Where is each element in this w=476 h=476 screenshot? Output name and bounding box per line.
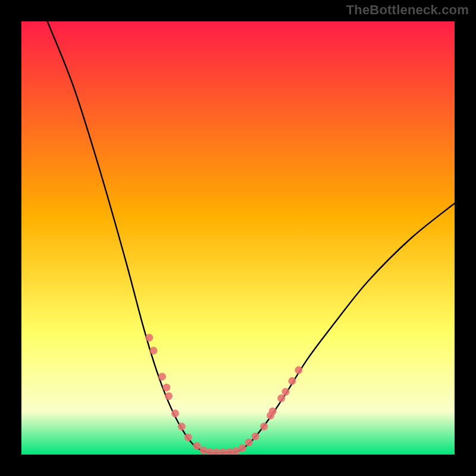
data-marker <box>282 388 290 396</box>
data-marker <box>158 372 166 380</box>
chart-frame: TheBottleneck.com <box>0 0 476 476</box>
chart-svg <box>21 21 455 455</box>
plot-area <box>21 21 455 455</box>
data-marker <box>165 392 173 400</box>
data-marker <box>184 433 192 441</box>
data-marker <box>239 444 246 452</box>
data-marker <box>162 384 170 392</box>
data-marker <box>289 377 296 385</box>
data-marker <box>150 347 158 355</box>
data-marker <box>178 422 186 430</box>
data-marker <box>295 367 302 374</box>
data-marker <box>199 446 207 454</box>
data-marker <box>277 394 285 402</box>
gradient-rect <box>21 21 455 455</box>
data-marker <box>171 409 179 417</box>
data-marker <box>260 422 268 430</box>
data-marker <box>269 408 277 415</box>
data-marker <box>193 442 201 450</box>
data-marker <box>145 334 153 342</box>
watermark-text: TheBottleneck.com <box>346 2 469 18</box>
data-marker <box>252 433 259 440</box>
data-marker <box>245 439 253 446</box>
